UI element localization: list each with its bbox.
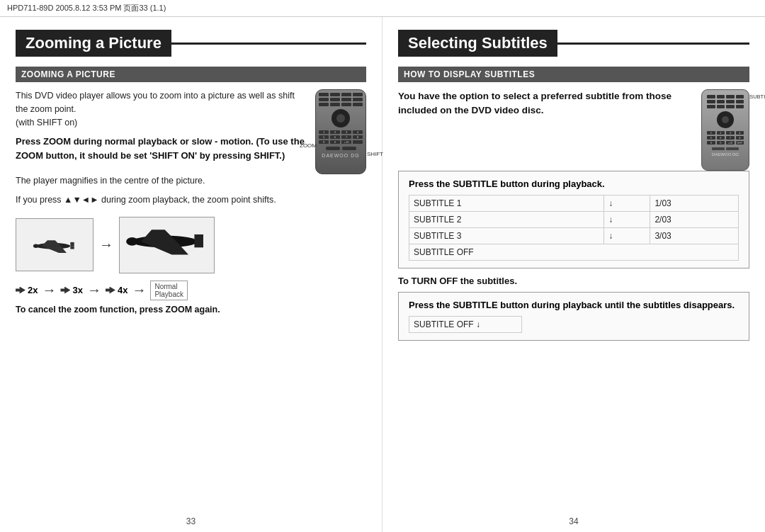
zoom-step-2x: 2x [16,285,38,295]
svg-point-13 [126,237,138,246]
remote-illustration: 1234 5678 90+10 DAEWOO DG ZOOM SHIFT [315,89,366,174]
left-page: Zooming a Picture ZOOMING A PICTURE This… [0,17,382,532]
subtitle-box2: Press the SUBTITLE button during playbac… [398,292,749,341]
left-title-line: Zooming a Picture [16,30,366,57]
right-page-num: 34 [569,516,578,526]
svg-marker-5 [70,246,74,249]
left-subsection-header: ZOOMING A PICTURE [16,67,366,82]
right-page: Selecting Subtitles HOW TO DISPLAY SUBTI… [382,17,765,532]
main-content: Zooming a Picture ZOOMING A PICTURE This… [0,17,765,532]
left-body2: Press ZOOM during normal playback or slo… [16,135,308,162]
shift-label: SHIFT [367,151,383,157]
turn-off-text: To TURN OFF the subtitles. [398,276,749,286]
cancel-text: To cancel the zoom function, press ZOOM … [16,305,366,315]
subtitle-table: SUBTITLE 1 ↓ 1/03 SUBTITLE 2 ↓ 2/03 SUBT… [409,195,739,261]
airplane-large [119,217,215,273]
arrow-to-large: → [99,237,113,253]
remote-control: 1234 5678 90+10 DAEWOO DG [315,89,366,174]
left-title-box: Zooming a Picture [16,30,171,57]
right-remote-area: 1234 5678 90+10SHT DAEWOO DG SUBTITLE [701,89,749,171]
svg-marker-4 [70,242,74,246]
header-text: HPD711-89D 2005.8.12 3:53 PM 页面33 (1.1) [7,4,166,12]
remote-control-right: 1234 5678 90+10SHT DAEWOO DG [701,89,749,171]
airplane-section: → [16,217,366,273]
subtitle-box1-title: Press the SUBTITLE button during playbac… [409,179,739,189]
subtitle-off-row: SUBTITLE OFF ↓ [409,316,522,333]
right-subsection-header: HOW TO DISPLAY SUBTITLES [398,67,749,82]
header-bar: HPD711-89D 2005.8.12 3:53 PM 页面33 (1.1) [0,0,765,17]
airplane-small [16,218,94,271]
subtitle-box2-title: Press the SUBTITLE button during playbac… [409,300,739,310]
svg-point-6 [33,244,39,247]
subtitle-remote-label: SUBTITLE [749,94,765,100]
left-body4: If you press ▲▼◄► during zoom playback, … [16,193,366,207]
subtitle-row-3: SUBTITLE 3 ↓ 3/03 [409,228,739,244]
left-body1: This DVD video player allows you to zoom… [16,89,308,129]
right-title-underline [557,43,749,45]
normal-playback-box: NormalPlayback [150,281,188,300]
right-intro: You have the option to select a preferre… [398,89,694,118]
right-title-line: Selecting Subtitles [398,30,749,57]
left-page-num: 33 [186,516,196,526]
subtitle-box1: Press the SUBTITLE button during playbac… [398,171,749,268]
svg-marker-12 [194,242,203,247]
zoom-steps-row: 2x → 3x → 4x → NormalPlayback [16,281,366,300]
right-title-box: Selecting Subtitles [398,30,557,57]
subtitle-row-off: SUBTITLE OFF [409,244,739,261]
zoom-step-3x: 3x [60,285,82,295]
subtitle-row-1: SUBTITLE 1 ↓ 1/03 [409,196,739,212]
subtitle-row-2: SUBTITLE 2 ↓ 2/03 [409,212,739,228]
zoom-label: ZOOM [300,142,317,149]
zoom-step-4x: 4x [106,285,128,295]
svg-marker-11 [194,234,203,242]
left-title-underline [171,43,366,45]
left-body3: The player magnifies in the centre of th… [16,174,366,188]
